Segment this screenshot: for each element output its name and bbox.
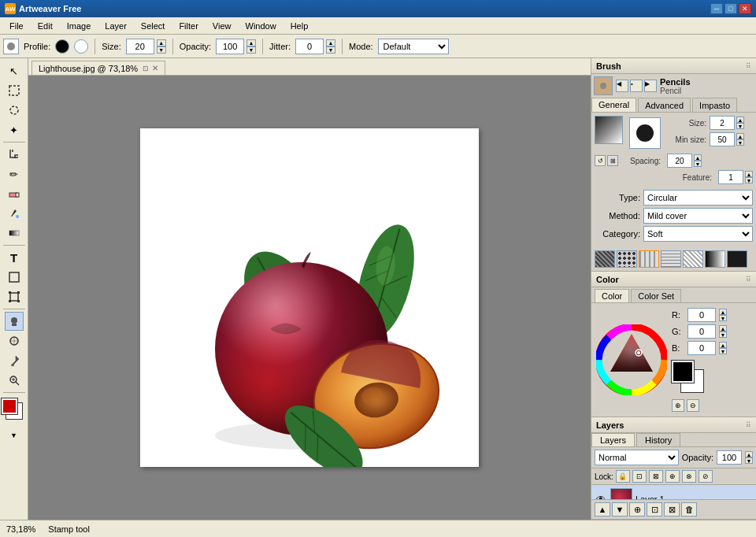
r-input[interactable]: 0	[687, 308, 716, 322]
brush-feature-up[interactable]: ▲	[745, 171, 753, 177]
tool-stamp[interactable]	[5, 312, 24, 331]
layers-opacity-input[interactable]: 100	[717, 450, 742, 465]
color-wheel-container[interactable]	[596, 324, 667, 395]
tool-fill[interactable]	[5, 204, 24, 223]
jitter-down[interactable]: ▼	[326, 46, 335, 54]
brush-tab-advanced[interactable]: Advanced	[638, 98, 691, 112]
brush-texture-1[interactable]	[617, 250, 637, 268]
brush-feature-input[interactable]: 1	[718, 170, 743, 184]
brush-texture-grad[interactable]	[705, 250, 725, 268]
category-select[interactable]: Soft Hard Rough	[643, 226, 753, 242]
menu-help[interactable]: Help	[284, 18, 315, 34]
size-up[interactable]: ▲	[157, 39, 166, 46]
brush-minsize-input[interactable]: 50	[710, 132, 735, 146]
brush-size-up[interactable]: ▲	[736, 117, 744, 123]
size-down[interactable]: ▼	[157, 46, 166, 54]
opacity-layers-up[interactable]: ▲	[745, 451, 753, 457]
layer-footer-btn-3[interactable]: ⊕	[629, 502, 645, 517]
tab-close-icon[interactable]: ✕	[152, 64, 158, 72]
menu-view[interactable]: View	[206, 18, 238, 34]
brush-spacing-input[interactable]: 20	[667, 154, 692, 168]
close-button[interactable]: ✕	[739, 3, 751, 14]
brush-texture-4[interactable]	[683, 250, 703, 268]
profile-btn-1[interactable]	[55, 39, 69, 54]
lock-btn-2[interactable]: ⊡	[632, 470, 647, 483]
canvas-tab[interactable]: Lighthouse.jpg @ 73,18% ⊡ ✕	[32, 61, 165, 75]
opacity-down[interactable]: ▼	[246, 46, 256, 54]
g-down[interactable]: ▼	[719, 331, 727, 338]
type-select[interactable]: Circular Flat Custom	[643, 190, 753, 206]
profile-preview[interactable]	[3, 39, 19, 54]
menu-edit[interactable]: Edit	[32, 18, 59, 34]
tool-text[interactable]: T	[5, 248, 24, 267]
menu-window[interactable]: Window	[239, 18, 283, 34]
r-down[interactable]: ▼	[719, 315, 727, 321]
brush-tab-impasto[interactable]: Impasto	[692, 98, 737, 112]
layers-tab-layers[interactable]: Layers	[591, 433, 635, 446]
layer-item-0[interactable]: 👁 Layer 1	[591, 485, 756, 499]
fg-color-swatch[interactable]	[672, 361, 694, 383]
brush-nav-dot[interactable]: •	[630, 80, 643, 92]
brush-panel-header[interactable]: Brush ⠿	[591, 58, 756, 74]
brush-texture-3[interactable]	[661, 250, 681, 268]
profile-btn-2[interactable]	[74, 39, 88, 54]
r-up[interactable]: ▲	[719, 309, 727, 315]
layers-tab-history[interactable]: History	[636, 433, 680, 446]
menu-layer[interactable]: Layer	[98, 18, 133, 34]
brush-nav-prev[interactable]: ◀	[616, 80, 628, 92]
mode-select[interactable]: Default Normal Multiply Screen	[378, 39, 449, 54]
menu-image[interactable]: Image	[61, 18, 98, 34]
color-icon-2[interactable]: ⊖	[687, 399, 699, 412]
menu-filter[interactable]: Filter	[172, 18, 204, 34]
spacing-icon-2[interactable]: ⊞	[607, 155, 618, 166]
color-icon-1[interactable]: ⊕	[672, 399, 684, 412]
jitter-input[interactable]: 0	[295, 39, 324, 54]
tool-magic-wand[interactable]: ✦	[5, 120, 24, 139]
menu-select[interactable]: Select	[135, 18, 172, 34]
b-input[interactable]: 0	[687, 341, 716, 355]
fg-color-tool[interactable]	[2, 398, 17, 414]
opacity-layers-down[interactable]: ▼	[745, 457, 753, 464]
color-tab-color[interactable]: Color	[595, 289, 629, 302]
opacity-up[interactable]: ▲	[246, 39, 256, 46]
tool-eyedropper[interactable]	[5, 351, 24, 370]
brush-minsize-down[interactable]: ▼	[736, 139, 744, 146]
b-up[interactable]: ▲	[719, 342, 727, 348]
layer-footer-btn-6[interactable]: 🗑	[681, 502, 697, 517]
brush-minsize-up[interactable]: ▲	[736, 133, 744, 139]
tool-misc[interactable]: ▼	[5, 426, 24, 445]
layer-footer-btn-1[interactable]: ▲	[595, 502, 610, 517]
brush-preview-icon[interactable]	[594, 76, 613, 95]
tool-gradient[interactable]	[5, 224, 24, 243]
opacity-input[interactable]: 100	[216, 39, 244, 54]
tool-zoom[interactable]	[5, 371, 24, 390]
tool-crop[interactable]	[5, 145, 24, 164]
brush-texture-2[interactable]	[639, 250, 659, 268]
lock-btn-4[interactable]: ⊕	[665, 470, 680, 483]
layers-blend-select[interactable]: Normal Multiply Screen Overlay	[595, 450, 679, 465]
layer-footer-btn-4[interactable]: ⊡	[647, 502, 662, 517]
lock-btn-5[interactable]: ⊗	[682, 470, 696, 483]
color-panel-header[interactable]: Color ⠿	[591, 272, 756, 287]
layer-footer-btn-2[interactable]: ▼	[612, 502, 628, 517]
canvas-content[interactable]	[28, 76, 591, 520]
layer-footer-btn-5[interactable]: ⊠	[664, 502, 680, 517]
brush-size-input[interactable]: 2	[710, 116, 735, 130]
lock-btn-3[interactable]: ⊠	[649, 470, 663, 483]
tool-dodge[interactable]	[5, 331, 24, 350]
brush-nav-next[interactable]: ▶	[644, 80, 657, 92]
brush-texture-solid[interactable]	[727, 250, 747, 268]
tool-selection[interactable]	[5, 81, 24, 100]
brush-texture-0[interactable]	[595, 250, 615, 268]
method-select[interactable]: Mild cover Full cover Behind	[643, 208, 753, 224]
brush-color-swatch[interactable]	[595, 116, 623, 144]
menu-file[interactable]: File	[3, 18, 30, 34]
maximize-button[interactable]: □	[724, 3, 737, 14]
tool-shape[interactable]	[5, 268, 24, 287]
color-tab-colorset[interactable]: Color Set	[631, 289, 681, 302]
layers-panel-header[interactable]: Layers ⠿	[591, 417, 756, 433]
b-down[interactable]: ▼	[719, 348, 727, 354]
lock-btn-6[interactable]: ⊘	[699, 470, 713, 483]
minimize-button[interactable]: ─	[710, 3, 723, 14]
brush-size-down[interactable]: ▼	[736, 123, 744, 129]
